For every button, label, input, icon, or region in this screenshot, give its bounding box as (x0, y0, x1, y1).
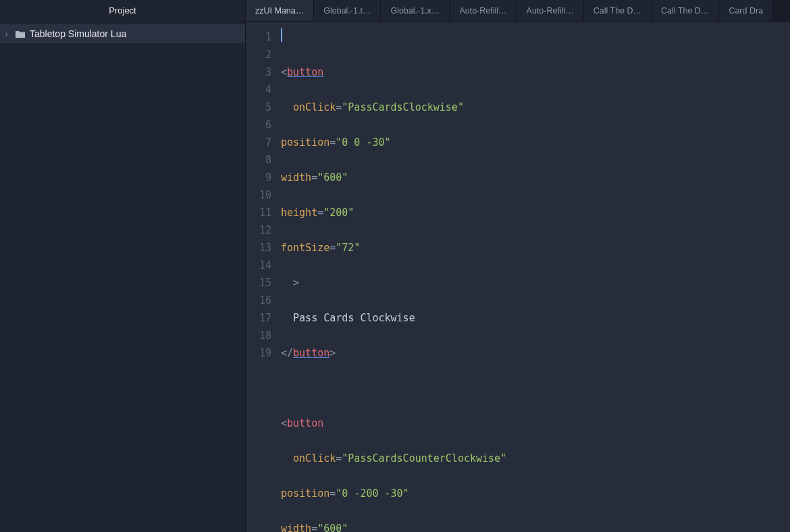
tab-7[interactable]: Card Dra (719, 0, 773, 21)
tab-0[interactable]: zzUI Mana… (246, 0, 314, 21)
app-root: Project › Tabletop Simulator Lua zzUI Ma… (0, 0, 790, 532)
tree-item-label: Tabletop Simulator Lua (30, 28, 126, 39)
line-gutter: 12345678910111213141516171819 (246, 22, 278, 532)
sidebar: Project › Tabletop Simulator Lua (0, 0, 245, 532)
tab-bar: zzUI Mana… Global.-1.t… Global.-1.x… Aut… (246, 0, 790, 22)
text-cursor (281, 28, 282, 42)
tab-6[interactable]: Call The D… (652, 0, 719, 21)
chevron-right-icon: › (5, 30, 11, 38)
tab-5[interactable]: Call The D… (584, 0, 652, 21)
tree-item-root[interactable]: › Tabletop Simulator Lua (0, 24, 245, 43)
sidebar-title: Project (0, 0, 245, 22)
main-area: zzUI Mana… Global.-1.t… Global.-1.x… Aut… (245, 0, 790, 532)
folder-icon (15, 30, 26, 38)
tab-2[interactable]: Global.-1.x… (381, 0, 450, 21)
tab-4[interactable]: Auto-Refill… (517, 0, 584, 21)
tab-1[interactable]: Global.-1.t… (314, 0, 381, 21)
code-editor[interactable]: 12345678910111213141516171819 <button on… (246, 22, 790, 532)
code-content[interactable]: <button onClick="PassCardsClockwise" pos… (278, 22, 790, 532)
tab-3[interactable]: Auto-Refill… (450, 0, 517, 21)
file-tree: › Tabletop Simulator Lua (0, 22, 245, 43)
